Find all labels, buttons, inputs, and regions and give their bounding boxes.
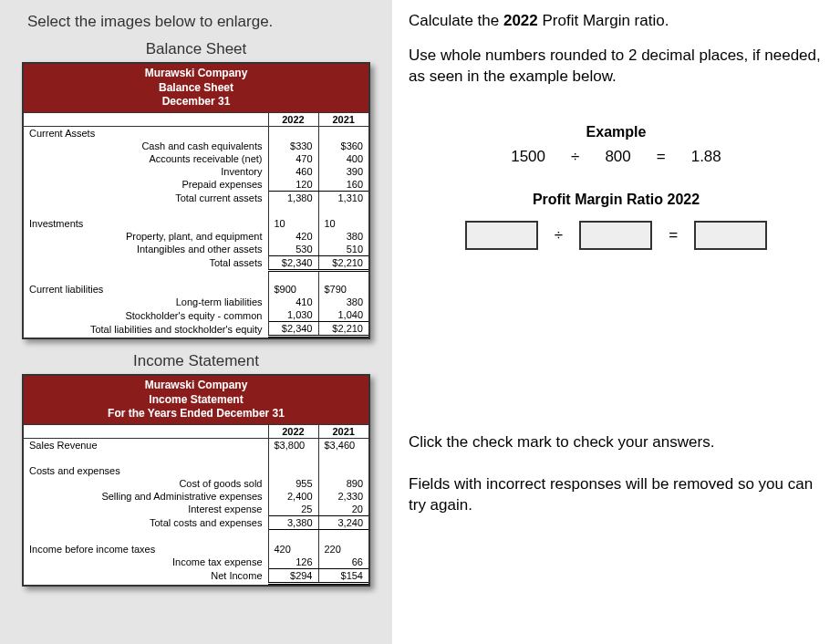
inv-2021: 390 bbox=[318, 165, 368, 178]
sga-label: Selling and Administrative expenses bbox=[24, 490, 268, 503]
enlarge-instruction: Select the images below to enlarge. bbox=[0, 7, 392, 36]
ni-2021: $154 bbox=[318, 568, 368, 583]
sales-label: Sales Revenue bbox=[24, 439, 268, 452]
tca-2021: 1,310 bbox=[318, 191, 368, 204]
is-date: For the Years Ended December 31 bbox=[24, 407, 368, 421]
bs-company: Murawski Company bbox=[24, 67, 368, 81]
q-year: 2022 bbox=[503, 12, 538, 29]
se-2022: 1,030 bbox=[268, 308, 318, 322]
cl-2021: $790 bbox=[318, 283, 368, 296]
denominator-input[interactable] bbox=[579, 221, 652, 250]
cogs-label: Cost of goods sold bbox=[24, 477, 268, 490]
ite-2022: 126 bbox=[268, 556, 318, 569]
cogs-2021: 890 bbox=[318, 477, 368, 490]
left-panel: Select the images below to enlarge. Bala… bbox=[0, 0, 392, 644]
tlse-2021: $2,210 bbox=[318, 322, 368, 337]
ppe-label: Property, plant, and equipment bbox=[24, 230, 268, 243]
q-prefix: Calculate the bbox=[409, 12, 503, 29]
tca-2022: 1,380 bbox=[268, 191, 318, 204]
cash-label: Cash and cash equivalents bbox=[24, 140, 268, 152]
ta-2021: $2,210 bbox=[318, 255, 368, 270]
ite-label: Income tax expense bbox=[24, 556, 268, 569]
is-col-2021: 2021 bbox=[318, 425, 368, 439]
ppe-2021: 380 bbox=[318, 230, 368, 243]
ni-label: Net Income bbox=[24, 568, 268, 583]
investments-label: Investments bbox=[24, 217, 268, 230]
check-instruction: Click the check mark to check your answe… bbox=[409, 432, 824, 453]
question-text: Calculate the 2022 Profit Margin ratio. bbox=[409, 11, 824, 32]
cash-2022: $330 bbox=[268, 140, 318, 152]
balance-sheet-title: Balance Sheet bbox=[0, 36, 392, 62]
ibt-2022: 420 bbox=[268, 543, 318, 556]
retry-instruction: Fields with incorrect responses will be … bbox=[409, 474, 824, 516]
balance-sheet-image[interactable]: Murawski Company Balance Sheet December … bbox=[22, 62, 370, 339]
ta-label: Total assets bbox=[24, 255, 268, 270]
cash-2021: $360 bbox=[318, 140, 368, 152]
invst-2021: 10 bbox=[318, 217, 368, 230]
is-doc: Income Statement bbox=[24, 393, 368, 408]
sales-2022: $3,800 bbox=[268, 439, 318, 452]
ite-2021: 66 bbox=[318, 556, 368, 569]
col-2021: 2021 bbox=[318, 113, 368, 127]
ibt-2021: 220 bbox=[318, 543, 368, 556]
example-result: 1.88 bbox=[691, 148, 721, 166]
income-statement-title: Income Statement bbox=[0, 348, 392, 374]
cl-2022: $900 bbox=[268, 283, 318, 296]
income-statement-header: Murawski Company Income Statement For th… bbox=[24, 376, 368, 425]
ltl-2022: 410 bbox=[268, 296, 318, 308]
tca-label: Total current assets bbox=[24, 191, 268, 204]
se-label: Stockholder's equity - common bbox=[24, 308, 268, 322]
inv-2022: 460 bbox=[268, 165, 318, 178]
ltl-2021: 380 bbox=[318, 296, 368, 308]
invst-2022: 10 bbox=[268, 217, 318, 230]
answer-divide-symbol: ÷ bbox=[555, 226, 563, 244]
intang-2021: 510 bbox=[318, 243, 368, 256]
ta-2022: $2,340 bbox=[268, 255, 318, 270]
prepaid-2021: 160 bbox=[318, 178, 368, 192]
ar-2021: 400 bbox=[318, 152, 368, 165]
sub-instruction: Use whole numbers rounded to 2 decimal p… bbox=[409, 46, 824, 88]
example-numerator: 1500 bbox=[511, 148, 545, 166]
costs-header: Costs and expenses bbox=[24, 464, 268, 477]
tlse-label: Total liabilities and stockholder's equi… bbox=[24, 322, 268, 337]
sga-2022: 2,400 bbox=[268, 490, 318, 503]
inv-label: Inventory bbox=[24, 165, 268, 178]
result-input[interactable] bbox=[694, 221, 767, 250]
tce-2022: 3,380 bbox=[268, 516, 318, 530]
answer-row: ÷ = bbox=[409, 221, 824, 250]
sga-2021: 2,330 bbox=[318, 490, 368, 503]
prepaid-label: Prepaid expenses bbox=[24, 178, 268, 192]
cogs-2022: 955 bbox=[268, 477, 318, 490]
current-assets-label: Current Assets bbox=[24, 126, 268, 140]
balance-sheet-header: Murawski Company Balance Sheet December … bbox=[24, 64, 368, 113]
right-panel: Calculate the 2022 Profit Margin ratio. … bbox=[392, 0, 840, 644]
bs-date: December 31 bbox=[24, 95, 368, 109]
ibt-label: Income before income taxes bbox=[24, 543, 268, 556]
example-label: Example bbox=[409, 124, 824, 140]
income-statement-table: 20222021 Sales Revenue$3,800$3,460 Costs… bbox=[24, 425, 368, 585]
example-denominator: 800 bbox=[605, 148, 630, 166]
intang-label: Intangibles and other assets bbox=[24, 243, 268, 256]
answer-equals-symbol: = bbox=[669, 226, 678, 244]
is-company: Murawski Company bbox=[24, 379, 368, 393]
numerator-input[interactable] bbox=[465, 221, 538, 250]
intang-2022: 530 bbox=[268, 243, 318, 256]
divide-symbol: ÷ bbox=[571, 148, 579, 166]
example-block: Example 1500 ÷ 800 = 1.88 Profit Margin … bbox=[409, 124, 824, 250]
tce-2021: 3,240 bbox=[318, 516, 368, 530]
int-label: Interest expense bbox=[24, 503, 268, 516]
bs-doc: Balance Sheet bbox=[24, 81, 368, 96]
balance-sheet-table: 20222021 Current Assets Cash and cash eq… bbox=[24, 113, 368, 338]
sales-2021: $3,460 bbox=[318, 439, 368, 452]
ltl-label: Long-term liabilities bbox=[24, 296, 268, 308]
equals-symbol: = bbox=[657, 148, 666, 166]
q-suffix: Profit Margin ratio. bbox=[538, 12, 669, 29]
income-statement-image[interactable]: Murawski Company Income Statement For th… bbox=[22, 374, 370, 586]
int-2022: 25 bbox=[268, 503, 318, 516]
bottom-text: Click the check mark to check your answe… bbox=[409, 432, 824, 516]
ni-2022: $294 bbox=[268, 568, 318, 583]
se-2021: 1,040 bbox=[318, 308, 368, 322]
ar-2022: 470 bbox=[268, 152, 318, 165]
int-2021: 20 bbox=[318, 503, 368, 516]
col-2022: 2022 bbox=[268, 113, 318, 127]
